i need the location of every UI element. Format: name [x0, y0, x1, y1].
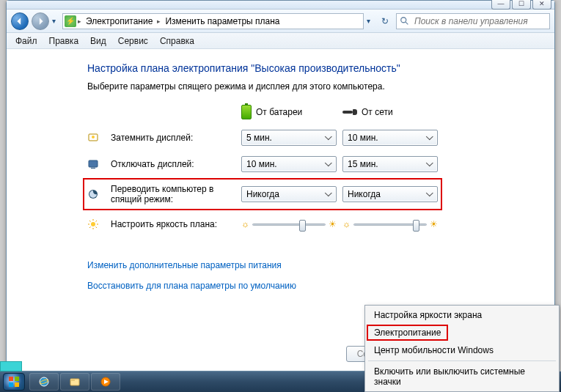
ctx-toggle-icons[interactable]: Включить или выключить системные значки — [367, 363, 557, 390]
column-battery: От батареи — [241, 105, 337, 119]
turn-off-display-icon — [87, 158, 99, 170]
dim-battery-dropdown[interactable]: 5 мин. — [241, 130, 337, 146]
svg-rect-4 — [89, 160, 98, 167]
chevron-down-icon — [426, 189, 433, 196]
off-ac-dropdown[interactable]: 15 мин. — [342, 156, 438, 172]
menu-service[interactable]: Сервис — [112, 34, 154, 48]
minimize-button[interactable]: — — [491, 0, 510, 10]
svg-rect-18 — [9, 382, 13, 387]
brightness-ac-slider[interactable]: ☼ ☀ — [342, 216, 438, 232]
pinned-ie[interactable] — [29, 373, 59, 391]
off-battery-value: 10 мин. — [246, 159, 277, 169]
svg-line-15 — [96, 221, 98, 222]
menu-bar: Файл Правка Вид Сервис Справка — [7, 33, 554, 49]
chevron-down-icon — [426, 159, 433, 166]
taskbar-preview-thumb[interactable] — [0, 361, 22, 371]
svg-rect-5 — [91, 168, 95, 169]
ctx-power-options[interactable]: Электропитание — [367, 325, 448, 341]
battery-icon — [241, 105, 252, 119]
column-battery-label: От батареи — [256, 107, 302, 117]
search-box[interactable] — [396, 13, 550, 29]
sleep-battery-dropdown[interactable]: Никогда — [241, 186, 337, 202]
tray-context-menu: Настройка яркости экрана Электропитание … — [364, 305, 560, 392]
svg-line-14 — [89, 227, 91, 229]
start-button[interactable] — [3, 373, 25, 391]
sun-large-icon: ☀ — [329, 219, 337, 229]
power-options-icon: ⚡ — [65, 15, 76, 27]
menu-edit[interactable]: Правка — [43, 34, 85, 48]
svg-point-7 — [91, 222, 95, 226]
refresh-button[interactable]: ↻ — [377, 16, 393, 26]
svg-rect-23 — [70, 379, 75, 381]
ctx-mobility-center[interactable]: Центр мобильности Windows — [367, 342, 557, 358]
sleep-icon — [87, 188, 99, 200]
back-button[interactable] — [11, 12, 29, 30]
search-icon — [400, 16, 410, 26]
row-dim-label: Затемнить дисплей: — [111, 133, 235, 143]
dim-ac-dropdown[interactable]: 10 мин. — [342, 130, 438, 146]
menu-help[interactable]: Справка — [154, 34, 200, 48]
page-title: Настройка плана электропитания "Высокая … — [87, 62, 518, 74]
search-input[interactable] — [413, 15, 546, 27]
menu-file[interactable]: Файл — [10, 34, 43, 48]
plug-icon — [342, 108, 357, 116]
dim-ac-value: 10 мин. — [348, 133, 378, 143]
pinned-apps — [29, 373, 120, 391]
link-advanced-settings[interactable]: Изменить дополнительные параметры питани… — [87, 260, 518, 270]
sleep-battery-value: Никогда — [246, 189, 279, 199]
chevron-down-icon — [325, 189, 332, 196]
row-off-label: Отключать дисплей: — [111, 159, 235, 169]
column-ac: От сети — [342, 107, 438, 117]
svg-rect-17 — [15, 377, 19, 381]
sleep-ac-value: Никогда — [348, 189, 381, 199]
breadcrumb-sep: ▸ — [157, 18, 161, 25]
nav-history-dropdown[interactable]: ▾ — [52, 17, 59, 25]
breadcrumb-sep: ▸ — [78, 18, 81, 25]
forward-button[interactable] — [32, 12, 49, 30]
page-subtitle: Выберите параметры спящего режима и дисп… — [87, 81, 518, 92]
ctx-separator — [368, 360, 556, 361]
titlebar: — ☐ ✕ — [7, 1, 554, 10]
svg-point-3 — [92, 136, 95, 138]
svg-point-0 — [401, 17, 406, 22]
chevron-down-icon — [325, 159, 332, 166]
off-ac-value: 15 мин. — [348, 159, 378, 169]
svg-rect-16 — [9, 377, 13, 381]
sun-small-icon: ☼ — [342, 219, 351, 229]
pinned-explorer[interactable] — [60, 373, 89, 391]
chevron-down-icon — [426, 133, 433, 140]
svg-line-1 — [406, 21, 408, 24]
off-battery-dropdown[interactable]: 10 мин. — [241, 156, 337, 172]
sleep-ac-dropdown[interactable]: Никогда — [342, 186, 438, 202]
ctx-brightness[interactable]: Настройка яркости экрана — [367, 307, 557, 323]
row-sleep-label: Переводить компьютер в спящий режим: — [111, 184, 235, 204]
brightness-icon — [87, 218, 99, 230]
maximize-button[interactable]: ☐ — [512, 0, 531, 10]
svg-line-12 — [89, 221, 91, 222]
sun-small-icon: ☼ — [241, 219, 249, 229]
breadcrumb-edit-plan[interactable]: Изменить параметры плана — [162, 16, 282, 26]
svg-line-13 — [96, 227, 98, 229]
brightness-battery-slider[interactable]: ☼ ☀ — [241, 216, 337, 232]
links-section: Изменить дополнительные параметры питани… — [87, 260, 518, 291]
column-ac-label: От сети — [362, 107, 393, 117]
chevron-down-icon — [325, 133, 332, 140]
breadcrumb-power[interactable]: Электропитание — [83, 16, 155, 26]
address-bar[interactable]: ⚡ ▸ Электропитание ▸ Изменить параметры … — [62, 13, 364, 29]
pinned-media[interactable] — [91, 373, 120, 391]
dim-display-icon — [87, 132, 99, 144]
svg-rect-19 — [15, 382, 19, 387]
link-restore-defaults[interactable]: Восстановить для плана параметры по умол… — [87, 281, 518, 291]
dim-battery-value: 5 мин. — [246, 133, 272, 143]
nav-toolbar: ▾ ⚡ ▸ Электропитание ▸ Изменить параметр… — [7, 10, 554, 33]
address-dropdown[interactable]: ▾ — [367, 17, 374, 25]
close-button[interactable]: ✕ — [532, 0, 551, 10]
sun-large-icon: ☀ — [430, 219, 438, 229]
sleep-row-highlight: Переводить компьютер в спящий режим: Ник… — [83, 178, 442, 210]
settings-grid: От батареи От сети Затемнить дисплей: 5 … — [87, 105, 518, 232]
menu-view[interactable]: Вид — [84, 34, 112, 48]
row-brightness-label: Настроить яркость плана: — [111, 219, 235, 229]
